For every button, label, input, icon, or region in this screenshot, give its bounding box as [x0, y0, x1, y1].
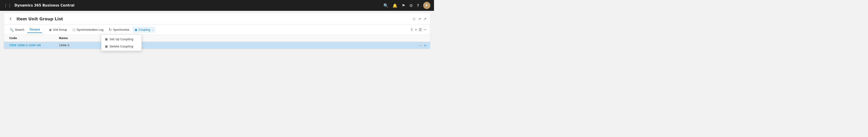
share-icon[interactable]: ⇧ [410, 28, 413, 32]
avatar[interactable]: F [423, 2, 430, 9]
search-button[interactable]: 🔍 Search [7, 27, 26, 33]
col-header-item-description: Item Description [102, 35, 427, 41]
filter-icon[interactable]: ▿ [415, 28, 417, 32]
page-title: Item Unit Group List [17, 16, 410, 21]
gear-icon[interactable]: ⚙ [409, 3, 413, 8]
page-header: Item Unit Group List ☆ ➚ ↗ [4, 13, 430, 25]
search-icon[interactable]: 🔍 [383, 3, 388, 8]
page-container: Item Unit Group List ☆ ➚ ↗ 🔍 Search Rela… [4, 13, 430, 49]
coupling-icon: ▣ [135, 28, 137, 31]
synchronize-label: Synchronize [113, 28, 129, 31]
bell-icon[interactable]: 🔔 [393, 3, 397, 8]
unit-group-label: Unit Group [53, 28, 67, 31]
expand-icon[interactable]: ↗ [424, 17, 427, 21]
col-header-code: Code [7, 35, 57, 41]
action-bar-right: ⇧ ▿ ☰ ✏ [410, 28, 427, 32]
table-header: Code Name Item Description [4, 35, 430, 42]
coupling-dropdown-menu: ▣ Set Up Coupling ▣ Delete Coupling [101, 34, 142, 51]
cell-name: 1896-S [57, 42, 102, 49]
unit-group-icon: ▣ [49, 28, 52, 31]
sync-log-icon: ☐ [72, 28, 75, 32]
table-row: ITEM 1896-S UOM GR 1896-S ATHENS Desk ⋯ … [4, 42, 430, 49]
delete-coupling-item[interactable]: ▣ Delete Coupling [101, 43, 142, 50]
topbar-actions: 🔍 🔔 ⚑ ⚙ ? F [383, 2, 430, 9]
columns-icon[interactable]: ☰ [418, 28, 422, 32]
search-btn-icon: 🔍 [10, 28, 13, 32]
sync-log-button[interactable]: ☐ Synchronization Log [70, 27, 106, 33]
row-actions: ⋯ > [418, 43, 427, 47]
row-arrow-icon: > [424, 43, 427, 47]
app-title: Dynamics 365 Business Central [14, 3, 381, 7]
customize-icon[interactable]: ✏ [424, 28, 427, 32]
cell-item-description: ATHENS Desk [102, 42, 427, 49]
back-button[interactable] [7, 15, 14, 22]
table-container: Code Name Item Description ITEM 1896-S U… [4, 35, 430, 49]
coupling-button[interactable]: ▣ Coupling ⌄ [132, 27, 156, 33]
row-ellipsis-button[interactable]: ⋯ [418, 43, 422, 47]
bookmark-icon[interactable]: ☆ [412, 16, 416, 21]
set-up-coupling-item[interactable]: ▣ Set Up Coupling [101, 35, 142, 43]
help-icon[interactable]: ? [417, 3, 419, 8]
apps-grid-icon[interactable]: ⋮⋮ [4, 3, 12, 8]
topbar: ⋮⋮ Dynamics 365 Business Central 🔍 🔔 ⚑ ⚙… [0, 0, 434, 11]
coupling-chevron-icon: ⌄ [151, 28, 153, 31]
col-header-name: Name [57, 35, 102, 41]
coupling-label: Coupling [138, 28, 150, 31]
open-in-new-icon[interactable]: ➚ [418, 17, 421, 21]
synchronize-button[interactable]: ↻ Synchronize [106, 26, 131, 33]
flag-icon[interactable]: ⚑ [401, 3, 405, 8]
sync-log-label: Synchronization Log [77, 28, 103, 31]
cell-code[interactable]: ITEM 1896-S UOM GR [7, 42, 57, 49]
synchronize-icon: ↻ [109, 28, 112, 32]
page-header-actions: ☆ ➚ ↗ [412, 16, 427, 21]
unit-group-button[interactable]: ▣ Unit Group [47, 27, 69, 33]
related-tab[interactable]: Related [27, 26, 42, 33]
related-label: Related [30, 28, 40, 31]
search-label: Search [15, 28, 24, 31]
set-up-coupling-label: Set Up Coupling [110, 37, 133, 41]
action-bar: 🔍 Search Related | ▣ Unit Group ☐ Synchr… [4, 25, 430, 35]
delete-coupling-icon: ▣ [105, 44, 108, 48]
delete-coupling-label: Delete Coupling [110, 45, 133, 48]
set-up-coupling-icon: ▣ [105, 37, 108, 41]
